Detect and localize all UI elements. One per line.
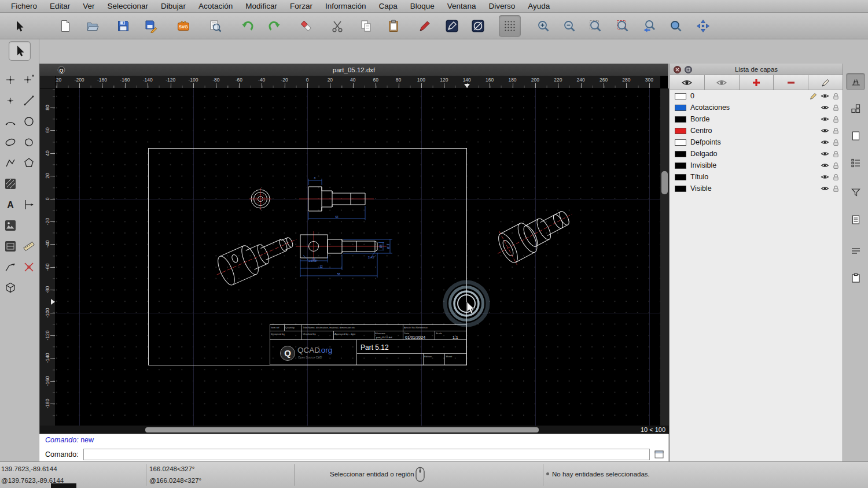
undo-button[interactable] — [237, 15, 259, 37]
previous-view-button[interactable] — [638, 15, 660, 37]
menu-item[interactable]: Acotación — [192, 0, 239, 13]
iso-view-right[interactable] — [489, 197, 581, 270]
command-window-button[interactable] — [654, 450, 664, 459]
construction-mode-button[interactable] — [467, 15, 489, 37]
show-all-layers-button[interactable] — [670, 75, 705, 90]
add-layer-button[interactable] — [740, 75, 774, 90]
menu-item[interactable]: Ventana — [441, 0, 483, 13]
pan-button[interactable] — [692, 15, 714, 37]
auto-zoom-button[interactable] — [584, 15, 606, 37]
front-view[interactable] — [249, 188, 271, 210]
hide-all-layers-button[interactable] — [705, 75, 740, 90]
document-title-bar[interactable]: Q part_05.12.dxf — [40, 64, 668, 76]
zoom-out-button[interactable] — [558, 15, 580, 37]
layer-row[interactable]: Borde — [670, 113, 843, 125]
side-view-middle[interactable]: 12 32 58 1.5x45° 2x45° Ø8 Ø16 — [296, 231, 392, 278]
layer-row[interactable]: Centro — [670, 125, 843, 136]
arc-tool-button[interactable] — [2, 112, 19, 131]
circle-tool-button[interactable] — [20, 112, 38, 131]
menu-item[interactable]: Editar — [43, 0, 76, 13]
layer-lock-toggle[interactable] — [833, 139, 839, 146]
layer-row[interactable]: Invisible — [670, 160, 843, 171]
layer-lock-toggle[interactable] — [833, 162, 839, 169]
save-as-button[interactable] — [140, 15, 162, 37]
layer-visibility-toggle[interactable] — [821, 116, 829, 122]
snap-tool-button[interactable] — [20, 258, 38, 276]
dimension-tool-button[interactable] — [20, 195, 38, 214]
select-button[interactable] — [8, 15, 30, 37]
menu-item[interactable]: Modificar — [239, 0, 284, 13]
copy-button[interactable] — [355, 15, 377, 37]
menu-item[interactable]: Información — [319, 0, 373, 13]
menu-item[interactable]: Bloque — [404, 0, 441, 13]
viewport-tool-button[interactable] — [2, 237, 19, 256]
title-block[interactable]: Item ref Quantity Title/Name, destinatio… — [270, 324, 466, 365]
menu-item[interactable]: Forzar — [284, 0, 319, 13]
layer-visibility-toggle[interactable] — [821, 151, 829, 157]
layer-lock-toggle[interactable] — [833, 173, 839, 181]
open-button[interactable] — [82, 15, 104, 37]
iso-view-left[interactable] — [211, 225, 303, 289]
close-panel-button[interactable] — [673, 65, 681, 73]
dock-command-line-button[interactable] — [846, 242, 865, 260]
layer-row[interactable]: Defpoints — [670, 136, 843, 148]
dock-templates-button[interactable] — [846, 211, 865, 228]
line-tool-button[interactable] — [20, 91, 38, 110]
dock-library-browser-button[interactable] — [846, 154, 865, 172]
spline-tool-button[interactable] — [20, 133, 38, 151]
polyline-tool-button[interactable] — [2, 154, 19, 172]
zoom-to-selection-button[interactable] — [612, 15, 634, 37]
float-panel-button[interactable] — [684, 65, 692, 73]
dock-block-list-button[interactable] — [846, 127, 865, 145]
edit-active-block-button[interactable] — [441, 15, 463, 37]
layer-row[interactable]: Título — [670, 171, 843, 183]
menu-item[interactable]: Dibujar — [155, 0, 192, 13]
menu-item[interactable]: Fichero — [5, 0, 43, 13]
layer-lock-toggle[interactable] — [833, 93, 839, 100]
single-point-tool-button[interactable] — [2, 91, 19, 110]
command-input[interactable] — [83, 449, 650, 460]
layer-visibility-toggle[interactable] — [821, 105, 829, 110]
layer-lock-toggle[interactable] — [833, 185, 839, 193]
cad-drawing[interactable]: 8 64 — [56, 88, 660, 426]
layer-visibility-toggle[interactable] — [821, 162, 829, 168]
menu-item[interactable]: Diverso — [482, 0, 521, 13]
cut-button[interactable] — [326, 15, 348, 37]
paste-button[interactable] — [382, 15, 404, 37]
layer-lock-toggle[interactable] — [833, 150, 839, 158]
vertical-scrollbar[interactable] — [660, 88, 669, 426]
layer-row[interactable]: Visible — [670, 183, 843, 194]
menu-item[interactable]: Ver — [76, 0, 101, 13]
menu-item[interactable]: Ayuda — [521, 0, 556, 13]
layer-visibility-toggle[interactable] — [821, 93, 829, 99]
horizontal-scrollbar-thumb[interactable] — [145, 427, 539, 432]
isometric-view-tool-button[interactable] — [2, 279, 19, 297]
layer-visibility-toggle[interactable] — [821, 186, 829, 191]
dock-layer-list-button[interactable] — [846, 100, 865, 117]
ellipse-tool-button[interactable] — [2, 133, 19, 151]
layer-visibility-toggle[interactable] — [821, 139, 829, 145]
redo-button[interactable] — [263, 15, 285, 37]
remove-layer-button[interactable] — [774, 75, 808, 90]
hatch-tool-button[interactable] — [2, 175, 19, 193]
point-coordinates-tool-button[interactable] — [20, 71, 38, 89]
menu-item[interactable]: Seleccionar — [101, 0, 155, 13]
image-tool-button[interactable] — [2, 216, 19, 235]
vertical-scrollbar-thumb[interactable] — [661, 171, 668, 194]
polygon-tool-button[interactable] — [20, 154, 38, 172]
dock-selection-filter-button[interactable] — [846, 184, 865, 201]
leader-tool-button[interactable] — [2, 258, 19, 276]
palette-select-tool-button[interactable] — [9, 41, 31, 61]
measure-tool-button[interactable] — [20, 237, 38, 256]
remove-button[interactable] — [295, 15, 317, 37]
zoom-in-button[interactable] — [532, 15, 554, 37]
drawing-canvas[interactable]: 8 64 — [56, 88, 660, 426]
point-tool-button[interactable] — [2, 71, 19, 89]
dock-property-editor-button[interactable] — [846, 73, 865, 90]
side-view-top[interactable]: 8 64 — [299, 177, 374, 220]
layer-row[interactable]: Delgado — [670, 148, 843, 160]
layer-row[interactable]: Acotaciones — [670, 102, 843, 113]
horizontal-scrollbar[interactable]: 10 < 100 — [40, 426, 669, 434]
edit-layer-button[interactable] — [808, 75, 843, 90]
layer-lock-toggle[interactable] — [833, 104, 839, 112]
